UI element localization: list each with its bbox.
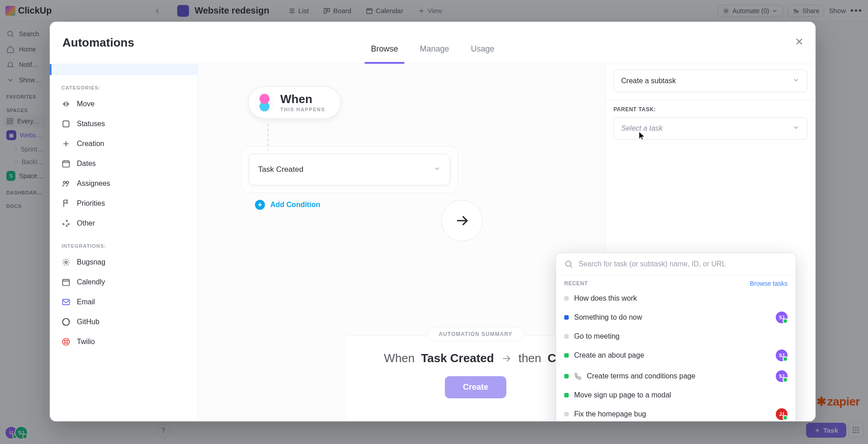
status-color-icon: [564, 315, 569, 320]
assignee-avatar: SJ: [776, 370, 788, 382]
trigger-value: Task Created: [258, 165, 303, 174]
popover-search-row: [556, 253, 796, 275]
automations-modal: Automations Browse Manage Usage CATEGORI…: [50, 22, 816, 421]
assignee-avatar: SJ: [776, 350, 788, 361]
svg-point-33: [66, 342, 68, 344]
task-option-label: Move sign up page to a modal: [574, 391, 671, 399]
tab-usage[interactable]: Usage: [469, 38, 496, 64]
then-arrow: [441, 200, 483, 241]
assignees-icon: [61, 179, 71, 188]
task-option[interactable]: Something to do nowSJ: [556, 307, 796, 328]
statuses-icon: [61, 119, 71, 128]
task-option[interactable]: Create terms and conditions pageSJ: [556, 366, 796, 387]
action-select[interactable]: Create a subtask: [613, 70, 807, 92]
svg-point-29: [63, 339, 70, 345]
task-option-label: How does this work: [574, 294, 637, 302]
svg-point-24: [65, 261, 67, 264]
status-color-icon: [564, 334, 569, 339]
assignee-avatar: SJ: [776, 312, 788, 323]
category-label: Other: [77, 219, 95, 227]
chevron-down-icon: [793, 124, 800, 133]
close-icon: [794, 36, 805, 47]
twilio-icon: [61, 337, 71, 346]
popover-search-input[interactable]: [579, 260, 788, 268]
parent-task-select[interactable]: Select a task: [613, 117, 807, 140]
category-item-move[interactable]: Move: [50, 94, 198, 114]
status-color-icon: [564, 393, 569, 397]
integration-label: GitHub: [77, 318, 99, 326]
integration-label: Twilio: [77, 338, 95, 346]
task-search-popover: RECENT Browse tasks How does this workSo…: [556, 253, 796, 421]
modal-header: Automations Browse Manage Usage: [50, 22, 816, 64]
move-icon: [61, 99, 71, 109]
email-icon: [61, 298, 71, 307]
automation-canvas: When THIS HAPPENS Task Created + Add Con…: [198, 64, 605, 421]
svg-point-32: [64, 342, 66, 344]
sidebar-item-selected[interactable]: [50, 64, 198, 75]
divider: [605, 99, 816, 100]
task-option-label: Something to do now: [574, 313, 642, 321]
category-item-statuses[interactable]: Statuses: [50, 114, 198, 134]
when-card: When THIS HAPPENS: [249, 87, 340, 118]
bugsnag-icon: [61, 258, 71, 267]
svg-rect-20: [63, 121, 69, 127]
task-option-label: Fix the homepage bug: [574, 410, 646, 418]
status-color-icon: [564, 296, 569, 301]
dates-icon: [61, 159, 71, 168]
create-button[interactable]: Create: [445, 376, 506, 398]
category-item-dates[interactable]: Dates: [50, 154, 198, 174]
task-option[interactable]: Fix the homepage bugJJ: [556, 404, 796, 421]
chevron-down-icon: [434, 165, 441, 174]
integration-item-bugsnag[interactable]: Bugsnag: [50, 252, 198, 272]
category-label: Assignees: [77, 179, 110, 188]
when-badge-icon: [255, 93, 274, 112]
svg-rect-21: [63, 161, 70, 167]
task-option[interactable]: How does this work: [556, 290, 796, 307]
browse-tasks-link[interactable]: Browse tasks: [750, 280, 788, 287]
svg-rect-26: [63, 279, 70, 285]
phone-icon: [574, 373, 581, 380]
category-item-assignees[interactable]: Assignees: [50, 174, 198, 194]
integration-label: Bugsnag: [77, 258, 105, 266]
search-icon: [564, 260, 573, 269]
arrow-right-icon: [500, 353, 512, 364]
other-icon: [61, 219, 71, 228]
task-option[interactable]: Go to meeting: [556, 328, 796, 345]
svg-point-23: [66, 181, 69, 184]
task-option[interactable]: Move sign up page to a modal: [556, 387, 796, 404]
category-item-priorities[interactable]: Priorities: [50, 194, 198, 213]
integration-item-email[interactable]: Email: [50, 292, 198, 312]
close-button[interactable]: [792, 34, 807, 49]
integration-item-calendly[interactable]: Calendly: [50, 272, 198, 292]
categories-sidebar: CATEGORIES: MoveStatusesCreationDatesAss…: [50, 64, 198, 421]
task-option[interactable]: Create an about pageSJ: [556, 345, 796, 366]
add-condition-button[interactable]: + Add Condition: [255, 200, 320, 210]
category-label: Move: [77, 100, 94, 108]
categories-heading: CATEGORIES:: [50, 75, 198, 94]
status-color-icon: [564, 412, 569, 416]
integration-item-twilio[interactable]: Twilio: [50, 332, 198, 352]
category-label: Creation: [77, 140, 104, 148]
trigger-select[interactable]: Task Created: [249, 154, 450, 185]
popover-head-row: RECENT Browse tasks: [556, 275, 796, 290]
summary-then: then: [519, 351, 542, 365]
chevron-down-icon: [793, 76, 800, 85]
action-value: Create a subtask: [621, 77, 676, 85]
svg-point-34: [566, 261, 571, 266]
category-item-other[interactable]: Other: [50, 213, 198, 233]
parent-task-placeholder: Select a task: [621, 124, 663, 132]
when-title: When: [280, 93, 325, 105]
integration-item-github[interactable]: GitHub: [50, 312, 198, 332]
parent-task-label: PARENT TASK:: [613, 106, 807, 113]
category-label: Priorities: [77, 199, 105, 208]
tab-browse[interactable]: Browse: [369, 38, 400, 64]
svg-point-25: [63, 259, 69, 265]
tab-manage[interactable]: Manage: [418, 38, 451, 64]
summary-when: When: [384, 351, 415, 365]
assignee-avatar: JJ: [776, 408, 788, 420]
github-icon: [61, 317, 71, 326]
category-item-creation[interactable]: Creation: [50, 134, 198, 154]
calendly-icon: [61, 278, 71, 287]
add-condition-label: Add Condition: [270, 201, 320, 209]
status-color-icon: [564, 374, 569, 378]
